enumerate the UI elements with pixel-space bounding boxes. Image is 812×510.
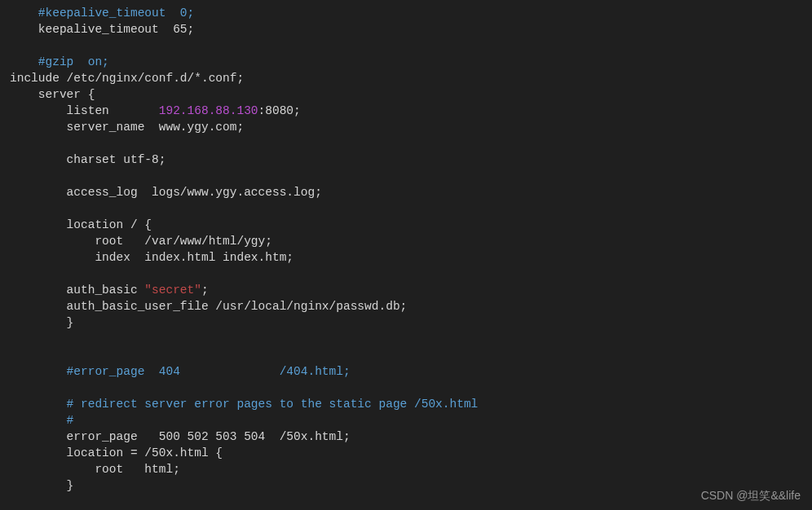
code-line: # redirect server error pages to the sta… xyxy=(10,398,478,411)
code-line: error_page 500 502 503 504 /50x.html; xyxy=(10,430,351,443)
code-line: #error_page 404 /404.html; xyxy=(10,365,351,378)
code-line: } xyxy=(10,316,73,329)
code-line: charset utf-8; xyxy=(10,153,165,166)
code-line: server { xyxy=(10,88,95,101)
code-line: include /etc/nginx/conf.d/*.conf; xyxy=(10,72,244,85)
string-literal: "secret" xyxy=(144,284,201,297)
code-line: } xyxy=(10,479,73,492)
code-line: auth_basic "secret"; xyxy=(10,284,209,297)
code-line: location = /50x.html { xyxy=(10,446,223,459)
code-line: # xyxy=(10,414,73,427)
code-line: keepalive_timeout 65; xyxy=(10,23,194,36)
ip-literal: 192.168.88.130 xyxy=(159,104,258,117)
code-line: access_log logs/www.ygy.access.log; xyxy=(10,186,322,199)
code-line: location / { xyxy=(10,218,152,231)
code-line: root /var/www/html/ygy; xyxy=(10,235,272,248)
code-line: auth_basic_user_file /usr/local/nginx/pa… xyxy=(10,300,407,313)
code-line: server_name www.ygy.com; xyxy=(10,121,244,134)
code-line: #gzip on; xyxy=(10,55,109,68)
code-block: #keepalive_timeout 0; keepalive_timeout … xyxy=(0,0,812,499)
watermark: CSDN @坦笑&&life xyxy=(701,488,801,503)
code-line: listen 192.168.88.130:8080; xyxy=(10,104,301,117)
code-line: index index.html index.htm; xyxy=(10,251,293,264)
code-line: #keepalive_timeout 0; xyxy=(10,7,194,20)
code-line: root html; xyxy=(10,463,180,476)
